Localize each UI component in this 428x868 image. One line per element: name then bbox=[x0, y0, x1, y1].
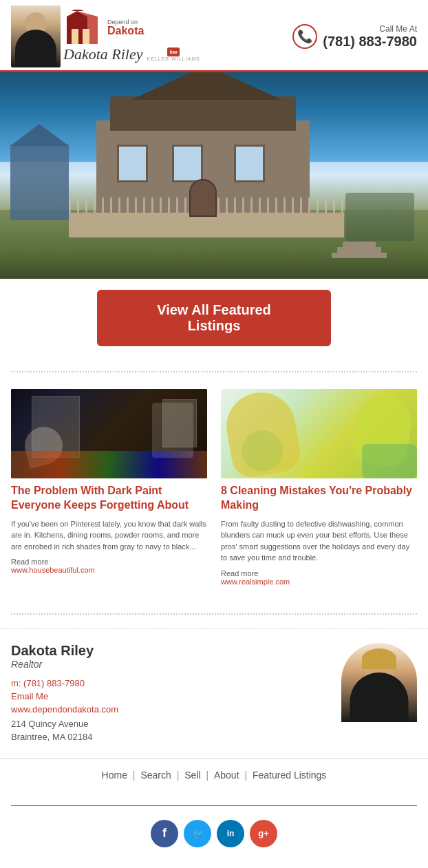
view-listings-button[interactable]: View All Featured Listings bbox=[97, 290, 331, 346]
site-header: Depend on Dakota Dakota Riley kw KELLER … bbox=[0, 0, 428, 72]
agent-photo bbox=[341, 643, 417, 726]
agent-name-script: Dakota Riley bbox=[63, 45, 142, 63]
svg-marker-4 bbox=[72, 10, 84, 11]
kw-subtext: KELLER WILLIAMS bbox=[147, 56, 200, 61]
phone-icon: 📞 bbox=[292, 24, 317, 49]
footer-sep-2: | bbox=[177, 770, 182, 781]
dakota-label: Dakota bbox=[107, 25, 144, 36]
article-1-read-more[interactable]: Read more bbox=[11, 558, 207, 566]
article-1-source[interactable]: www.housebeautiful.com bbox=[11, 566, 207, 574]
agent-website[interactable]: www.dependondakota.com bbox=[11, 704, 328, 714]
article-1-body: If you've been on Pinterest lately, you … bbox=[11, 518, 207, 553]
call-text-block: Call Me At (781) 883-7980 bbox=[323, 24, 417, 50]
phone-value: (781) 883-7980 bbox=[23, 678, 85, 688]
brand-logo: Depend on Dakota Dakota Riley kw KELLER … bbox=[63, 10, 200, 63]
section-divider-2 bbox=[11, 613, 417, 615]
header-agent-photo bbox=[11, 6, 61, 67]
footer-sep-1: | bbox=[133, 770, 138, 781]
article-1-title: The Problem With Dark Paint Everyone Kee… bbox=[11, 484, 207, 513]
article-1: The Problem With Dark Paint Everyone Kee… bbox=[11, 389, 207, 586]
footer-sep-3: | bbox=[206, 770, 211, 781]
agent-name: Dakota Riley bbox=[11, 643, 328, 659]
articles-section: The Problem With Dark Paint Everyone Kee… bbox=[0, 386, 428, 600]
footer-home-link[interactable]: Home bbox=[102, 770, 127, 781]
svg-rect-3 bbox=[83, 29, 89, 44]
googleplus-icon[interactable]: g+ bbox=[250, 820, 277, 847]
footer-search-link[interactable]: Search bbox=[140, 770, 171, 781]
footer-featured-link[interactable]: Featured Listings bbox=[253, 770, 326, 781]
agent-email[interactable]: Email Me bbox=[11, 691, 328, 701]
article-1-image bbox=[11, 389, 207, 478]
call-number: (781) 883-7980 bbox=[323, 34, 417, 50]
main-house bbox=[69, 114, 344, 237]
dd-icon bbox=[63, 10, 105, 45]
article-2-title: 8 Cleaning Mistakes You're Probably Maki… bbox=[221, 484, 417, 513]
kw-badge: kw bbox=[167, 47, 180, 56]
hero-image bbox=[0, 72, 428, 279]
agent-info: Dakota Riley Realtor m: (781) 883-7980 E… bbox=[11, 643, 328, 744]
call-label: Call Me At bbox=[323, 24, 417, 34]
svg-rect-2 bbox=[72, 29, 78, 44]
twitter-icon[interactable]: 🐦 bbox=[184, 820, 211, 847]
address-line2: Braintree, MA 02184 bbox=[11, 732, 93, 742]
article-2: 8 Cleaning Mistakes You're Probably Maki… bbox=[221, 389, 417, 586]
social-icons-row: f 🐦 in g+ bbox=[0, 812, 428, 856]
article-2-read-more[interactable]: Read more bbox=[221, 569, 417, 578]
logo-area: Depend on Dakota Dakota Riley kw KELLER … bbox=[11, 6, 200, 67]
call-section[interactable]: 📞 Call Me At (781) 883-7980 bbox=[292, 24, 417, 50]
article-2-body: From faulty dusting to defective dishwas… bbox=[221, 518, 417, 564]
footer-sell-link[interactable]: Sell bbox=[184, 770, 200, 781]
facebook-icon[interactable]: f bbox=[151, 820, 178, 847]
cta-section: View All Featured Listings bbox=[0, 279, 428, 357]
agent-title: Realtor bbox=[11, 659, 328, 670]
phone-label: m: bbox=[11, 678, 21, 688]
footer-links: Home | Search | Sell | About | Featured … bbox=[11, 770, 417, 781]
section-divider-1 bbox=[11, 371, 417, 372]
linkedin-icon[interactable]: in bbox=[217, 820, 244, 847]
article-2-image bbox=[221, 389, 417, 478]
left-house bbox=[10, 145, 69, 220]
agent-address: 214 Quincy Avenue Braintree, MA 02184 bbox=[11, 717, 328, 744]
footer-sep-4: | bbox=[244, 770, 250, 781]
footer-nav: Home | Search | Sell | About | Featured … bbox=[0, 759, 428, 800]
address-line1: 214 Quincy Avenue bbox=[11, 719, 89, 729]
dd-logo: Depend on Dakota bbox=[63, 10, 144, 45]
article-2-source[interactable]: www.realsimple.com bbox=[221, 578, 417, 586]
footer-divider bbox=[11, 805, 417, 806]
name-kw-row: Dakota Riley kw KELLER WILLIAMS bbox=[63, 45, 200, 63]
agent-phone[interactable]: m: (781) 883-7980 bbox=[11, 678, 328, 688]
stairs bbox=[332, 231, 387, 258]
agent-card: Dakota Riley Realtor m: (781) 883-7980 E… bbox=[0, 628, 428, 759]
footer-about-link[interactable]: About bbox=[214, 770, 239, 781]
